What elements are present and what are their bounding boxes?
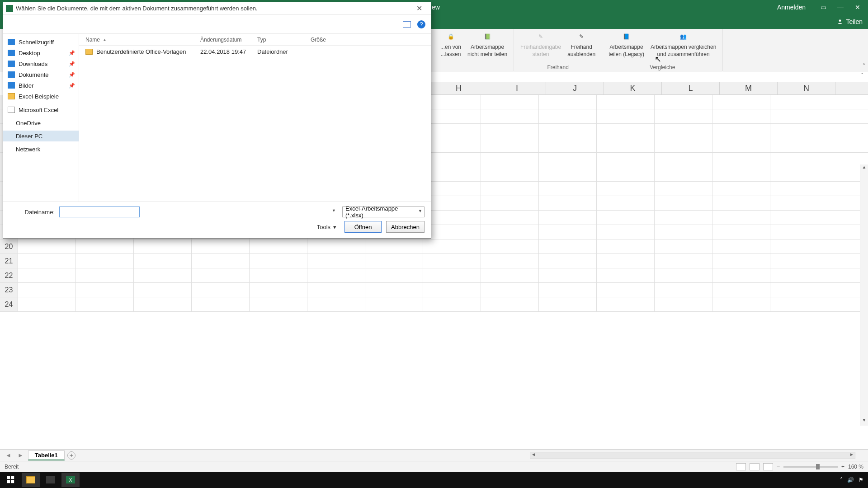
share-button[interactable]: Teilen	[837, 18, 863, 25]
cell[interactable]	[597, 109, 655, 123]
ribbon-collapse-icon[interactable]: ˄	[863, 63, 865, 69]
system-tray[interactable]: ˄ 🔊 ⚑	[840, 477, 866, 483]
cell[interactable]	[655, 153, 712, 167]
filename-input[interactable]	[59, 206, 140, 217]
cell[interactable]	[192, 283, 250, 297]
col-type[interactable]: Typ	[257, 37, 311, 43]
col-date[interactable]: Änderungsdatum	[200, 37, 257, 43]
cancel-button[interactable]: Abbrechen	[386, 221, 425, 233]
cell[interactable]	[712, 225, 770, 239]
pin-icon[interactable]: 📌	[69, 83, 75, 89]
column-header[interactable]: J	[546, 82, 604, 94]
window-minimize-icon[interactable]: —	[834, 4, 847, 11]
formula-bar-expand-icon[interactable]: ˅	[856, 71, 868, 80]
grid-row[interactable]: 22	[0, 268, 868, 283]
cell[interactable]	[655, 225, 712, 239]
cell[interactable]	[423, 254, 481, 268]
cell[interactable]	[770, 196, 828, 210]
zoom-level[interactable]: 160 %	[848, 464, 863, 470]
cell[interactable]	[712, 239, 770, 253]
tray-volume-icon[interactable]: 🔊	[847, 477, 854, 483]
view-layout-icon[interactable]	[750, 463, 760, 470]
cell[interactable]	[712, 167, 770, 181]
cell[interactable]	[134, 297, 192, 311]
cell[interactable]	[76, 254, 134, 268]
cell[interactable]	[539, 95, 597, 109]
row-header[interactable]: 23	[0, 283, 18, 297]
cell[interactable]	[134, 254, 192, 268]
cell[interactable]	[597, 95, 655, 109]
cell[interactable]	[712, 268, 770, 282]
tab-nav-prev-icon[interactable]: ◄	[4, 452, 13, 459]
cell[interactable]	[423, 196, 481, 210]
chevron-down-icon[interactable]: ▼	[418, 209, 422, 213]
cell[interactable]	[18, 239, 76, 253]
cell[interactable]	[423, 239, 481, 253]
column-header[interactable]: I	[488, 82, 546, 94]
cell[interactable]	[423, 225, 481, 239]
cell[interactable]	[597, 297, 655, 311]
cell[interactable]	[307, 283, 365, 297]
horizontal-scrollbar[interactable]	[530, 452, 855, 459]
cell[interactable]	[770, 153, 828, 167]
cell[interactable]	[481, 138, 539, 152]
scroll-down-icon[interactable]: ▼	[860, 418, 868, 426]
cell[interactable]	[365, 268, 423, 282]
cell[interactable]	[76, 283, 134, 297]
cell[interactable]	[770, 268, 828, 282]
cell[interactable]	[770, 167, 828, 181]
open-button[interactable]: Öffnen	[344, 221, 382, 233]
tray-chevron-icon[interactable]: ˄	[840, 477, 843, 483]
ribbon-btn-unshare[interactable]: 📗 Arbeitsmappe nicht mehr teilen	[466, 31, 509, 58]
cell[interactable]	[712, 211, 770, 225]
cell[interactable]	[481, 167, 539, 181]
cell[interactable]	[423, 95, 481, 109]
cell[interactable]	[539, 268, 597, 282]
column-header[interactable]: H	[429, 82, 488, 94]
row-header[interactable]: 24	[0, 297, 18, 311]
chevron-down-icon[interactable]: ▼	[332, 208, 336, 213]
cell[interactable]	[597, 167, 655, 181]
cell[interactable]	[18, 268, 76, 282]
cell[interactable]	[539, 138, 597, 152]
cell[interactable]	[365, 297, 423, 311]
grid-row[interactable]: 21	[0, 254, 868, 268]
column-header[interactable]: N	[778, 82, 835, 94]
cell[interactable]	[597, 239, 655, 253]
cell[interactable]	[770, 109, 828, 123]
cell[interactable]	[655, 182, 712, 196]
cell[interactable]	[770, 225, 828, 239]
dialog-titlebar[interactable]: Wählen Sie die Dokumente, die mit dem ak…	[3, 2, 431, 15]
cell[interactable]	[597, 211, 655, 225]
pin-icon[interactable]: 📌	[69, 61, 75, 67]
ribbon-btn-compare-merge[interactable]: 👥 Arbeitsmappen vergleichen und zusammen…	[649, 31, 718, 58]
cell[interactable]	[597, 254, 655, 268]
cell[interactable]	[770, 211, 828, 225]
vertical-scrollbar[interactable]: ▲ ▼	[860, 164, 868, 426]
ribbon-btn-ink-hide[interactable]: ✎ Freihand ausblenden	[566, 31, 597, 58]
taskbar-excel[interactable]: X	[61, 473, 80, 487]
cell[interactable]	[481, 239, 539, 253]
view-pagebreak-icon[interactable]	[763, 463, 773, 470]
nav-onedrive[interactable]: OneDrive	[3, 118, 79, 128]
cell[interactable]	[481, 254, 539, 268]
cell[interactable]	[770, 254, 828, 268]
cell[interactable]	[18, 297, 76, 311]
col-name[interactable]: Name	[85, 37, 100, 43]
pin-icon[interactable]: 📌	[69, 50, 75, 56]
list-header[interactable]: Name▲ Änderungsdatum Typ Größe	[79, 34, 431, 46]
cell[interactable]	[597, 153, 655, 167]
grid-row[interactable]: 23	[0, 283, 868, 297]
cell[interactable]	[192, 268, 250, 282]
cell[interactable]	[539, 182, 597, 196]
cell[interactable]	[481, 297, 539, 311]
cell[interactable]	[423, 268, 481, 282]
dialog-nav-tree[interactable]: Schnellzugriff Desktop 📌 Downloads 📌 Dok…	[3, 34, 79, 202]
cell[interactable]	[539, 254, 597, 268]
cell[interactable]	[423, 138, 481, 152]
nav-pictures[interactable]: Bilder 📌	[3, 80, 79, 91]
cell[interactable]	[597, 268, 655, 282]
cell[interactable]	[134, 283, 192, 297]
cell[interactable]	[481, 109, 539, 123]
nav-ms-excel[interactable]: Microsoft Excel	[3, 104, 79, 115]
